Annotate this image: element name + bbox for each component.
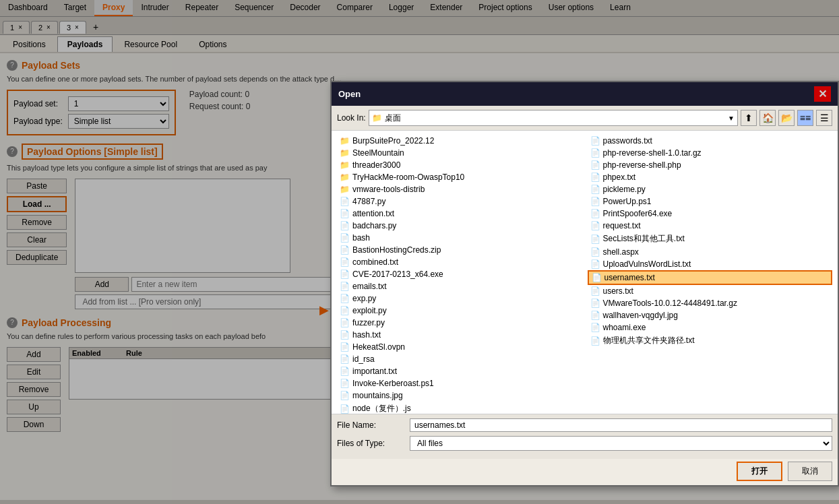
file-item[interactable]: 📄phpex.txt: [588, 171, 833, 183]
file-item-name: phpex.txt: [603, 172, 636, 182]
dialog-title-bar: Open ✕: [332, 82, 838, 106]
file-item[interactable]: 📁threader3000: [337, 159, 582, 171]
file-item[interactable]: 📁TryHackMe-room-OwaspTop10: [337, 171, 582, 183]
file-item[interactable]: 📄php-reverse-shell.php: [588, 159, 833, 171]
file-item[interactable]: 📄badchars.py: [337, 220, 582, 232]
toolbar-new-folder-btn[interactable]: 📂: [778, 110, 795, 126]
dialog-open-button[interactable]: 打开: [737, 462, 782, 481]
file-item-name: CVE-2017-0213_x64.exe: [352, 270, 443, 279]
toolbar-list-view-btn[interactable]: ≡≡: [797, 110, 813, 126]
file-item-name: php-reverse-shell.php: [603, 160, 681, 170]
file-icon: 📄: [340, 257, 350, 267]
file-icon: 📄: [590, 247, 600, 257]
file-icon: 📄: [590, 298, 600, 308]
file-item[interactable]: 📄php-reverse-shell-1.0.tar.gz: [588, 147, 833, 159]
file-item[interactable]: 📄VMwareTools-10.0.12-4448491.tar.gz: [588, 297, 833, 309]
file-icon: 📄: [340, 282, 350, 291]
file-item[interactable]: 📄hash.txt: [337, 329, 582, 341]
dialog-cancel-button[interactable]: 取消: [788, 462, 832, 481]
file-item[interactable]: 📁SteelMountain: [337, 147, 582, 159]
dialog-toolbar: Look In: 📁 桌面 ▼ ⬆ 🏠 📂 ≡≡ ☰: [332, 106, 838, 131]
folder-icon: 📁: [340, 172, 350, 182]
dialog-bottom: File Name: Files of Type: All files: [332, 414, 838, 459]
file-icon: 📄: [340, 367, 350, 376]
file-item-name: important.txt: [352, 367, 397, 376]
file-item-name: id_rsa: [352, 354, 375, 364]
files-of-type-select[interactable]: All files: [410, 436, 832, 451]
file-icon: 📄: [340, 233, 350, 243]
file-item[interactable]: 📄important.txt: [337, 365, 582, 377]
file-icon: 📄: [340, 404, 350, 414]
file-item[interactable]: 📄HekeatSl.ovpn: [337, 341, 582, 353]
file-item-name: HekeatSl.ovpn: [352, 342, 405, 352]
file-icon: 📄: [340, 209, 350, 218]
file-item[interactable]: 📄物理机共享文件夹路径.txt: [588, 334, 833, 348]
file-item-name: bash: [352, 233, 370, 243]
file-item[interactable]: 📄fuzzer.py: [337, 317, 582, 329]
file-item-name: shell.aspx: [603, 247, 639, 257]
look-in-select[interactable]: 📁 桌面 ▼: [369, 110, 738, 126]
file-icon: 📄: [592, 273, 602, 282]
file-item[interactable]: 📄Invoke-Kerberoast.ps1: [337, 377, 582, 389]
file-item-name: SteelMountain: [352, 148, 404, 158]
file-item-name: badchars.py: [352, 221, 396, 230]
file-item[interactable]: 📄PrintSpoofer64.exe: [588, 208, 833, 220]
file-icon: 📄: [590, 336, 600, 346]
file-icon: 📄: [590, 286, 600, 296]
file-item-name: PowerUp.ps1: [603, 197, 652, 206]
file-item[interactable]: 📄mountains.jpg: [337, 389, 582, 402]
file-item[interactable]: 📄47887.py: [337, 195, 582, 208]
file-item[interactable]: 📄request.txt: [588, 220, 833, 232]
file-icon: 📄: [340, 318, 350, 327]
file-icon: 📄: [340, 221, 350, 230]
file-icon: 📄: [340, 342, 350, 352]
file-item-name: SecLists和其他工具.txt: [603, 233, 685, 245]
file-icon: 📄: [340, 354, 350, 364]
dialog-close-button[interactable]: ✕: [814, 86, 831, 102]
file-item[interactable]: 📄exp.py: [337, 292, 582, 305]
file-icon: 📄: [590, 311, 600, 320]
file-item[interactable]: 📄SecLists和其他工具.txt: [588, 232, 833, 246]
file-item-name: 47887.py: [352, 197, 385, 206]
file-dialog: Open ✕ Look In: 📁 桌面 ▼ ⬆ 🏠 📂 ≡≡ ☰ 📁BurpS…: [330, 81, 839, 486]
file-item-name: passwords.txt: [603, 136, 652, 146]
file-item[interactable]: 📄BastionHostingCreds.zip: [337, 244, 582, 256]
file-item[interactable]: 📄UploadVulnsWordList.txt: [588, 258, 833, 270]
file-item[interactable]: 📄passwords.txt: [588, 135, 833, 147]
file-item[interactable]: 📄node（复件）.js: [337, 402, 582, 414]
file-item[interactable]: 📄shell.aspx: [588, 246, 833, 258]
file-name-label: File Name:: [337, 420, 404, 430]
file-item-name: php-reverse-shell-1.0.tar.gz: [603, 148, 702, 158]
file-item[interactable]: 📄bash: [337, 232, 582, 244]
file-item[interactable]: 📄usernames.txt: [588, 270, 833, 285]
file-item[interactable]: 📁vmware-tools-distrib: [337, 183, 582, 195]
file-item-name: emails.txt: [352, 282, 387, 291]
file-item[interactable]: 📁BurpSuitePro_2022.12: [337, 135, 582, 147]
file-list-area: 📁BurpSuitePro_2022.12📁SteelMountain📁thre…: [332, 131, 838, 414]
file-item[interactable]: 📄users.txt: [588, 285, 833, 297]
file-icon: 📄: [590, 209, 600, 218]
toolbar-home-btn[interactable]: 🏠: [759, 110, 776, 126]
file-item[interactable]: 📄id_rsa: [337, 353, 582, 365]
file-item[interactable]: 📄whoami.exe: [588, 321, 833, 334]
file-item[interactable]: 📄emails.txt: [337, 280, 582, 292]
file-item[interactable]: 📄PowerUp.ps1: [588, 195, 833, 208]
folder-icon: 📁: [340, 148, 350, 158]
file-name-input[interactable]: [410, 418, 832, 432]
file-item-name: exp.py: [352, 294, 376, 303]
toolbar-up-btn[interactable]: ⬆: [741, 110, 757, 126]
file-item[interactable]: 📄wallhaven-vqgdyl.jpg: [588, 309, 833, 321]
file-item[interactable]: 📄CVE-2017-0213_x64.exe: [337, 268, 582, 280]
toolbar-detail-view-btn[interactable]: ☰: [816, 110, 832, 126]
folder-icon: 📁: [340, 185, 350, 194]
file-list-left: 📁BurpSuitePro_2022.12📁SteelMountain📁thre…: [337, 135, 582, 410]
file-item[interactable]: 📄combined.txt: [337, 256, 582, 268]
file-icon: 📄: [590, 234, 600, 244]
file-list-right: 📄passwords.txt📄php-reverse-shell-1.0.tar…: [588, 135, 833, 410]
file-item[interactable]: 📄pickleme.py: [588, 183, 833, 195]
file-item-name: VMwareTools-10.0.12-4448491.tar.gz: [603, 298, 737, 308]
file-item[interactable]: 📄attention.txt: [337, 208, 582, 220]
file-icon: 📄: [590, 197, 600, 206]
file-item[interactable]: 📄exploit.py: [337, 305, 582, 317]
dialog-title-text: Open: [338, 89, 361, 99]
